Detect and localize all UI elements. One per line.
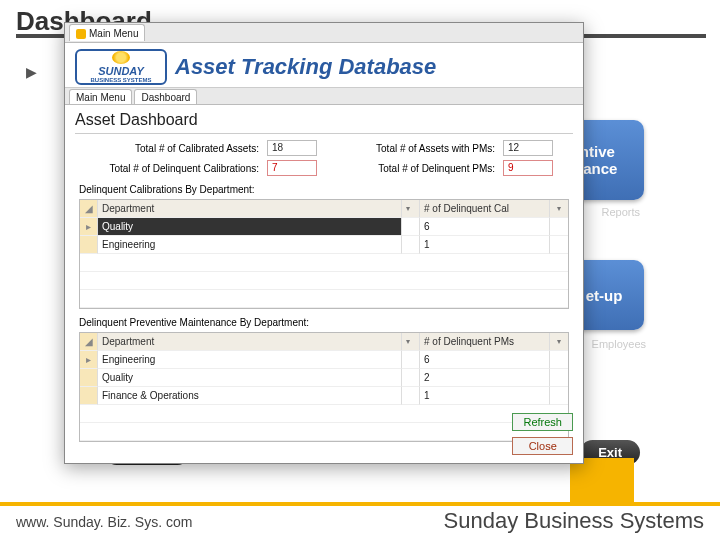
app-icon xyxy=(76,29,86,39)
outer-tabbar: Main Menu xyxy=(65,23,583,43)
empty-row xyxy=(80,423,568,441)
value-calibrated-assets: 18 xyxy=(267,140,317,156)
tab-main-menu[interactable]: Main Menu xyxy=(69,89,132,104)
tab-label: Main Menu xyxy=(89,28,138,39)
cell-department: Quality xyxy=(98,218,402,236)
grid-header: ◢ Department ▾ # of Delinquent Cal ▾ xyxy=(80,200,568,218)
row-selector[interactable] xyxy=(80,387,98,405)
stats-grid: Total # of Calibrated Assets: 18 Total #… xyxy=(65,140,583,182)
close-button[interactable]: Close xyxy=(512,437,573,455)
empty-row xyxy=(80,254,568,272)
cell-department: Quality xyxy=(98,369,402,387)
cell-department: Finance & Operations xyxy=(98,387,402,405)
tab-dashboard[interactable]: Dashboard xyxy=(134,89,197,104)
refresh-button[interactable]: Refresh xyxy=(512,413,573,431)
row-selector[interactable]: ▸ xyxy=(80,351,98,369)
tab-label: Dashboard xyxy=(141,92,190,103)
brand-sub: BUSINESS SYSTEMS xyxy=(90,77,151,83)
window-tabbar: Main Menu Dashboard xyxy=(65,87,583,105)
select-all-icon[interactable]: ◢ xyxy=(80,200,98,218)
sun-icon xyxy=(112,51,130,64)
cell-count: 1 xyxy=(420,387,550,405)
label-calibrated-assets: Total # of Calibrated Assets: xyxy=(79,143,259,154)
button-group: Refresh Close xyxy=(512,413,573,455)
sort-icon[interactable]: ▾ xyxy=(402,200,420,218)
row-selector[interactable] xyxy=(80,369,98,387)
cell-department: Engineering xyxy=(98,236,402,254)
col-count[interactable]: # of Delinquent Cal xyxy=(420,200,550,218)
empty-row xyxy=(80,272,568,290)
sort-icon[interactable]: ▾ xyxy=(550,333,568,351)
grid-delinquent-pm[interactable]: ◢ Department ▾ # of Delinquent PMs ▾ ▸ E… xyxy=(79,332,569,442)
section-label-calibrations: Delinquent Calibrations By Department: xyxy=(65,182,583,197)
tab-label: Main Menu xyxy=(76,92,125,103)
grid-delinquent-calibrations[interactable]: ◢ Department ▾ # of Delinquent Cal ▾ ▸ Q… xyxy=(79,199,569,309)
sublabel-reports[interactable]: Reports xyxy=(601,206,640,218)
table-row[interactable]: Quality 2 xyxy=(80,369,568,387)
value-assets-with-pms: 12 xyxy=(503,140,553,156)
brand-name: SUNDAY xyxy=(98,65,144,77)
label-assets-with-pms: Total # of Assets with PMs: xyxy=(325,143,495,154)
brand-logo: SUNDAY BUSINESS SYSTEMS xyxy=(75,49,167,85)
brand-header: SUNDAY BUSINESS SYSTEMS Asset Tracking D… xyxy=(65,43,583,87)
cell-count: 6 xyxy=(420,351,550,369)
select-all-icon[interactable]: ◢ xyxy=(80,333,98,351)
sort-icon[interactable]: ▾ xyxy=(550,200,568,218)
sublabel-employees[interactable]: Employees xyxy=(592,338,646,350)
row-selector[interactable]: ▸ xyxy=(80,218,98,236)
col-department[interactable]: Department xyxy=(98,200,402,218)
panel-title: Asset Dashboard xyxy=(65,105,583,133)
footer-divider xyxy=(0,502,720,506)
divider xyxy=(75,133,573,134)
tab-main-menu-outer[interactable]: Main Menu xyxy=(69,24,145,41)
asset-dashboard-window: Main Menu SUNDAY BUSINESS SYSTEMS Asset … xyxy=(64,22,584,464)
table-row[interactable]: ▸ Quality 6 xyxy=(80,218,568,236)
table-row[interactable]: Finance & Operations 1 xyxy=(80,387,568,405)
brand-title: Asset Tracking Database xyxy=(175,54,436,80)
cell-department: Engineering xyxy=(98,351,402,369)
footer-url: www. Sunday. Biz. Sys. com xyxy=(16,514,192,530)
sort-icon[interactable]: ▾ xyxy=(402,333,420,351)
col-count[interactable]: # of Delinquent PMs xyxy=(420,333,550,351)
value-delinquent-pms: 9 xyxy=(503,160,553,176)
table-row[interactable]: Engineering 1 xyxy=(80,236,568,254)
empty-row xyxy=(80,290,568,308)
col-department[interactable]: Department xyxy=(98,333,402,351)
label-delinquent-calibrations: Total # of Delinquent Calibrations: xyxy=(79,163,259,174)
row-selector[interactable] xyxy=(80,236,98,254)
cell-count: 6 xyxy=(420,218,550,236)
value-delinquent-calibrations: 7 xyxy=(267,160,317,176)
accent-block xyxy=(570,458,634,506)
section-label-pm: Delinquent Preventive Maintenance By Dep… xyxy=(65,315,583,330)
cell-count: 2 xyxy=(420,369,550,387)
bullet-icon: ▶ xyxy=(26,64,37,80)
footer-brand: Sunday Business Systems xyxy=(444,508,704,534)
grid-header: ◢ Department ▾ # of Delinquent PMs ▾ xyxy=(80,333,568,351)
label-delinquent-pms: Total # of Delinquent PMs: xyxy=(325,163,495,174)
empty-row xyxy=(80,405,568,423)
cell-count: 1 xyxy=(420,236,550,254)
table-row[interactable]: ▸ Engineering 6 xyxy=(80,351,568,369)
